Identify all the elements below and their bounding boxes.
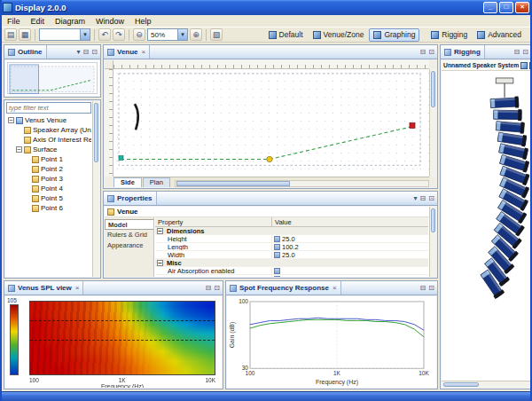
speaker-box[interactable] [490,97,519,110]
column-value[interactable]: Value [272,217,428,226]
property-value[interactable]: 20 [272,275,428,277]
undo-icon[interactable]: ↶ [98,28,111,41]
property-row-air-absorption-enabled[interactable]: Air Absorption enabled [155,267,428,275]
zoom-in-icon[interactable]: ⊕ [190,28,202,41]
venue-outline[interactable] [119,74,420,165]
tab-properties[interactable]: Properties [104,192,157,205]
properties-tab-appearance[interactable]: Appearance [105,240,153,251]
tree-item-point-2[interactable]: Point 2 [6,164,91,174]
tree-item-point-4[interactable]: Point 4 [6,184,91,193]
minimize-view-icon[interactable]: ⊟ [206,284,212,292]
array-view-icon[interactable] [520,62,528,69]
menu-item-diagram[interactable]: Diagram [50,17,90,26]
minimize-view-icon[interactable]: ⊟ [420,48,426,56]
scrollbar-thumb[interactable] [431,208,435,232]
line-array-drawing[interactable] [442,71,530,381]
tab-spl-view[interactable]: Venus SPL view × [4,281,83,295]
venue-canvas[interactable] [113,69,429,177]
menu-item-help[interactable]: Help [129,17,157,26]
new-icon[interactable]: ▤ [4,28,17,41]
toolbar-combo[interactable]: ▾ [39,28,90,41]
minimize-view-icon[interactable]: ⊟ [83,48,90,56]
maximize-view-icon[interactable]: ⊡ [428,194,434,202]
flying-frame[interactable] [496,78,513,83]
category-expander-icon[interactable]: − [157,228,163,234]
property-value[interactable] [272,267,428,274]
editor-hscrollbar[interactable] [175,180,429,187]
minimize-button[interactable]: _ [483,2,497,13]
perspective-graphing[interactable]: Graphing [369,28,419,42]
scrollbar-thumb[interactable] [431,71,435,107]
spl-heatmap[interactable] [29,301,215,375]
tree-item-speaker-array-unnamed-speake[interactable]: Speaker Array (Unnamed Speake... [6,125,91,135]
scrollbar-thumb[interactable] [443,382,479,387]
property-row-width[interactable]: Width25.0 [155,251,428,259]
speaker-view-icon[interactable] [529,62,530,69]
maximize-view-icon[interactable]: ⊡ [91,48,98,56]
scrollbar-thumb[interactable] [94,103,98,162]
grid-icon[interactable]: ▧ [210,28,223,41]
tree-item-point-3[interactable]: Point 3 [6,174,91,184]
audience-plane-raked[interactable] [270,126,413,159]
perspective-venue-zone[interactable]: Venue/Zone [309,28,369,42]
tree-item-venus-venue[interactable]: −Venus Venue [6,115,91,125]
listener-marker[interactable] [267,156,272,161]
outline-thumbnail[interactable] [7,62,98,94]
close-icon[interactable]: × [332,284,337,292]
maximize-view-icon[interactable]: ⊡ [522,48,528,56]
scrollbar-thumb[interactable] [176,181,290,186]
property-row-air-temperature[interactable]: Air Temperature20 [155,275,428,277]
tree-expander-icon[interactable]: − [8,117,14,123]
frequency-response-chart[interactable]: 1001K10K10030Frequency (Hz)Gain (dB) [227,296,436,388]
perspective-advanced[interactable]: Advanced [473,28,526,42]
menu-item-window[interactable]: Window [90,17,129,26]
filter-input[interactable] [6,102,91,114]
zoom-out-icon[interactable]: ⊖ [133,28,145,41]
menu-item-file[interactable]: File [2,17,26,26]
perspective-rigging[interactable]: Rigging [426,28,472,42]
close-icon[interactable]: × [75,284,80,292]
origin-marker[interactable] [119,156,123,161]
tree-item-point-5[interactable]: Point 5 [6,193,91,203]
speaker-box[interactable] [494,109,522,121]
minimize-view-icon[interactable]: ⊟ [420,284,426,292]
editor-view-tab-side[interactable]: Side [113,177,142,187]
tab-rigging[interactable]: Rigging [441,45,485,59]
tab-venue[interactable]: Venue × [104,45,150,59]
maximize-view-icon[interactable]: ⊡ [428,48,434,56]
tab-frequency-response[interactable]: Spot Frequency Response × [226,281,341,295]
tree-scrollbar[interactable] [92,101,99,277]
tree-item-point-1[interactable]: Point 1 [6,154,91,164]
axis-of-interest-marker[interactable] [410,123,415,129]
maximize-button[interactable]: □ [499,2,513,13]
property-value[interactable]: 25.0 [272,251,428,258]
close-icon[interactable]: × [142,48,146,56]
column-property[interactable]: Property [155,217,272,226]
properties-scrollbar[interactable] [429,207,436,277]
speaker-array-side[interactable] [135,104,138,130]
maximize-view-icon[interactable]: ⊡ [428,284,434,292]
properties-tab-model[interactable]: Model [105,219,153,230]
close-button[interactable]: × [515,2,529,13]
speaker-box[interactable] [496,120,524,134]
property-value[interactable]: 25.0 [272,235,428,242]
perspective-default[interactable]: Default [264,28,308,42]
tree-expander-icon[interactable]: − [16,146,22,153]
maximize-view-icon[interactable]: ⊡ [214,284,220,292]
property-category-row[interactable]: −Misc [155,259,428,267]
minimize-view-icon[interactable]: ⊟ [420,194,426,202]
property-value[interactable]: 100.2 [272,243,428,250]
view-menu-icon[interactable]: ▾ [77,48,81,56]
save-icon[interactable]: ▦ [19,28,31,41]
minimize-view-icon[interactable]: ⊟ [514,48,520,56]
tree-item-point-6[interactable]: Point 6 [6,203,91,213]
tree-item-surface[interactable]: −Surface [6,145,91,154]
editor-view-tab-plan[interactable]: Plan [143,177,170,187]
tree-item-axis-of-interest-reference[interactable]: Axis Of Interest Reference [6,135,91,145]
titlebar[interactable]: Display 2.0.0 _ □ × [0,0,532,15]
properties-tab-rulers-grid[interactable]: Rulers & Grid [105,230,153,240]
view-menu-icon[interactable]: ▾ [414,194,418,202]
rigging-hscrollbar[interactable] [442,381,530,388]
category-expander-icon[interactable]: − [157,260,163,266]
redo-icon[interactable]: ↷ [113,28,125,41]
